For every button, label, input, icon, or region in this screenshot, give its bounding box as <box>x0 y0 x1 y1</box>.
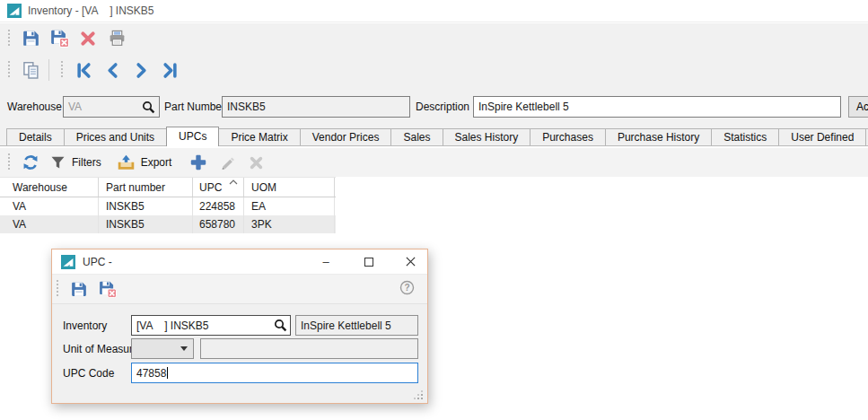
search-icon[interactable] <box>142 101 155 114</box>
tab-details[interactable]: Details <box>6 128 65 146</box>
warehouse-label: Warehouse <box>7 101 62 113</box>
export-button[interactable] <box>116 150 137 175</box>
inventory-window: Inventory - [VA ] INSKB5 Warehouse VA Pa… <box>0 0 868 420</box>
dialog-titlebar[interactable]: UPC - – <box>52 249 427 275</box>
upc-code-label: UPC Code <box>63 367 114 380</box>
tab-sales[interactable]: Sales <box>390 128 443 146</box>
filters-label[interactable]: Filters <box>72 156 101 169</box>
toolbar-separator <box>48 59 49 81</box>
upc-grid-toolbar: Filters Export <box>0 148 868 177</box>
refresh-button[interactable] <box>18 150 43 175</box>
search-icon[interactable] <box>274 319 287 332</box>
previous-record-button[interactable] <box>100 57 125 83</box>
dialog-save-button[interactable] <box>66 276 92 302</box>
toolbar-grip[interactable] <box>7 61 11 79</box>
copy-button[interactable] <box>18 57 43 83</box>
last-record-button[interactable] <box>157 57 182 83</box>
tab-purchase-history[interactable]: Purchase History <box>605 128 712 146</box>
resize-grip[interactable] <box>414 390 423 399</box>
inventory-description-field: InSpire Kettlebell 5 <box>295 315 418 336</box>
toolbar-grip[interactable] <box>56 280 59 298</box>
column-header-warehouse[interactable]: Warehouse <box>0 178 99 197</box>
printer-icon <box>109 30 126 47</box>
dialog-toolbar <box>52 275 427 304</box>
maximize-icon <box>364 258 373 267</box>
column-header-upc[interactable]: UPC <box>193 178 244 197</box>
next-record-icon <box>133 62 150 79</box>
table-row[interactable]: VA INSKB5 224858 EA <box>0 197 336 215</box>
inventory-value: [VA ] INSKB5 <box>136 319 208 332</box>
export-icon <box>118 154 135 171</box>
cell-warehouse: VA <box>0 197 99 215</box>
toolbar-grip[interactable] <box>7 153 11 171</box>
maximize-button[interactable] <box>355 249 383 274</box>
previous-record-icon <box>104 62 121 79</box>
minimize-button[interactable]: – <box>311 249 340 274</box>
first-record-button[interactable] <box>71 57 96 83</box>
table-header-row: Warehouse Part number UPC UOM <box>0 178 336 197</box>
close-icon <box>406 257 416 267</box>
save-close-button[interactable] <box>47 26 72 51</box>
window-title: Inventory - [VA ] INSKB5 <box>28 4 154 17</box>
upc-code-value: 47858 <box>136 367 166 380</box>
cell-part-number: INSKB5 <box>99 197 193 215</box>
dialog-title: UPC - <box>83 256 112 268</box>
toolbar-grip[interactable] <box>60 61 64 79</box>
tab-bar: Details Prices and Units UPCs Price Matr… <box>0 127 868 146</box>
upc-code-input[interactable]: 47858 <box>131 363 418 383</box>
close-button[interactable] <box>396 249 425 274</box>
tab-statistics[interactable]: Statistics <box>711 128 779 146</box>
refresh-icon <box>22 154 39 171</box>
upc-dialog: UPC - – Inventory [VA ] INSKB5 InSpire K… <box>51 249 428 404</box>
inventory-label: Inventory <box>63 319 107 332</box>
warehouse-field[interactable]: VA <box>63 96 160 118</box>
x-icon <box>249 155 264 171</box>
add-upc-button[interactable] <box>186 150 211 175</box>
tab-vendor-prices[interactable]: Vendor Prices <box>300 128 392 146</box>
tab-price-matrix[interactable]: Price Matrix <box>218 128 300 146</box>
cell-uom: 3PK <box>244 215 335 233</box>
funnel-icon <box>50 155 66 171</box>
filters-button[interactable] <box>47 150 68 175</box>
sort-ascending-icon <box>229 179 238 185</box>
tab-user-defined[interactable]: User Defined <box>778 128 866 146</box>
upc-table: Warehouse Part number UPC UOM VA INSKB5 … <box>0 177 336 233</box>
print-button[interactable] <box>104 26 129 51</box>
text-cursor <box>167 367 168 379</box>
active-button[interactable]: Active <box>848 96 868 118</box>
dialog-save-close-button[interactable] <box>95 276 120 302</box>
description-field[interactable]: InSpire Kettlebell 5 <box>473 96 841 118</box>
save-button[interactable] <box>18 26 43 51</box>
first-record-icon <box>75 62 92 79</box>
table-row-selected[interactable]: VA INSKB5 658780 3PK <box>0 215 336 233</box>
inventory-lookup-field[interactable]: [VA ] INSKB5 <box>131 315 291 336</box>
tab-upcs[interactable]: UPCs <box>166 127 219 146</box>
copy-icon <box>22 61 40 80</box>
column-header-uom[interactable]: UOM <box>244 178 335 197</box>
help-icon[interactable] <box>399 280 415 295</box>
cell-upc: 658780 <box>193 215 244 233</box>
next-record-button[interactable] <box>128 57 153 83</box>
last-record-icon <box>162 62 179 79</box>
save-icon <box>22 30 39 47</box>
export-label[interactable]: Export <box>141 156 172 169</box>
tab-sales-history[interactable]: Sales History <box>443 128 531 146</box>
tab-purchases[interactable]: Purchases <box>530 128 606 146</box>
tab-prices-and-units[interactable]: Prices and Units <box>64 128 167 146</box>
part-number-field[interactable]: INSKB5 <box>222 96 410 118</box>
delete-button[interactable] <box>75 26 101 51</box>
column-header-upc-label: UPC <box>199 181 222 194</box>
part-number-label: Part Number <box>164 101 225 113</box>
pencil-icon <box>220 155 235 171</box>
cell-warehouse: VA <box>0 215 99 233</box>
cell-upc: 224858 <box>193 197 244 215</box>
window-titlebar: Inventory - [VA ] INSKB5 <box>0 0 868 22</box>
unit-of-measure-dropdown[interactable] <box>131 338 194 359</box>
delete-upc-button[interactable] <box>243 150 268 175</box>
delete-x-icon <box>80 31 96 47</box>
toolbar-grip[interactable] <box>7 30 11 48</box>
header-form: Warehouse VA Part Number INSKB5 Descript… <box>0 87 868 127</box>
edit-upc-button[interactable] <box>215 150 240 175</box>
column-header-part-number[interactable]: Part number <box>99 178 193 197</box>
cell-part-number: INSKB5 <box>99 215 193 233</box>
